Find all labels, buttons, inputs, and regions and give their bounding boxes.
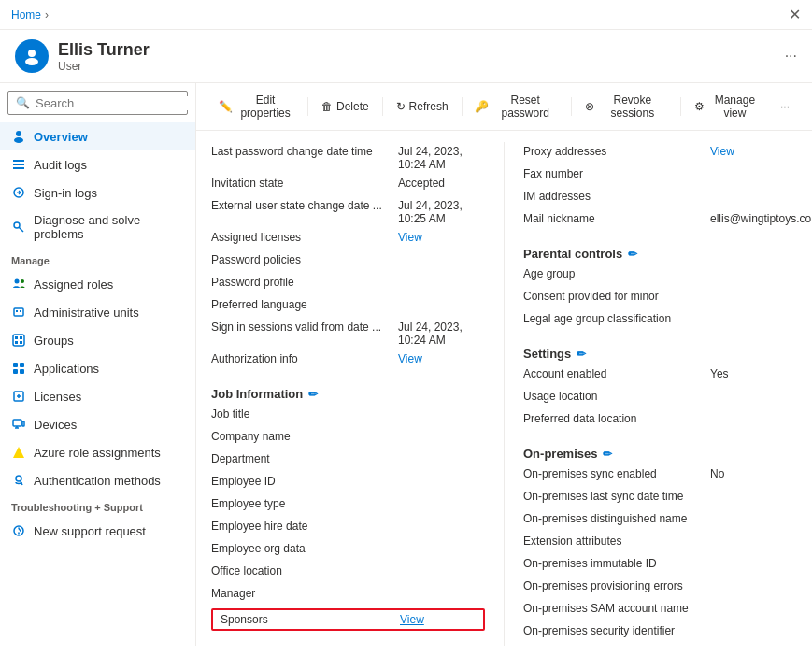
manage-view-label: Manage view — [708, 93, 762, 120]
manage-view-button[interactable]: ⚙ Manage view — [687, 89, 769, 124]
sidebar-item-licenses[interactable]: Licenses — [0, 382, 195, 410]
field-legal-age: Legal age group classification — [523, 309, 797, 332]
parental-edit-icon[interactable]: ✏ — [628, 248, 637, 261]
field-usage-location: Usage location — [523, 387, 797, 409]
field-ext-attributes: Extension attributes — [523, 532, 797, 554]
refresh-label: Refresh — [409, 100, 449, 113]
field-proxy: Proxy addresses View — [523, 142, 797, 164]
list-icon — [11, 157, 26, 172]
signin-icon — [11, 185, 26, 200]
field-distinguished-name: On-premises distinguished name — [523, 509, 797, 532]
sidebar-item-assigned-roles[interactable]: Assigned roles — [0, 270, 195, 298]
apps-icon — [11, 361, 26, 376]
field-value: Jul 24, 2023, 10:24 AM — [398, 321, 485, 347]
azure-roles-label: Azure role assignments — [34, 446, 161, 460]
assigned-licenses-link[interactable]: View — [398, 231, 422, 244]
troubleshoot-section-header: Troubleshooting + Support — [0, 494, 195, 517]
settings-edit-icon[interactable]: ✏ — [577, 348, 586, 361]
field-fax: Fax number — [523, 164, 797, 187]
field-value: Jul 24, 2023, 10:24 AM — [398, 145, 485, 171]
revoke-sessions-button[interactable]: ⊗ Revoke sessions — [577, 89, 675, 124]
field-label: Employee ID — [211, 475, 398, 488]
field-label: Password policies — [211, 253, 398, 266]
field-label: On-premises immutable ID — [523, 557, 710, 570]
search-input[interactable] — [36, 96, 192, 110]
field-manager: Manager — [211, 584, 485, 606]
refresh-icon: ↻ — [396, 100, 406, 113]
manage-section-header: Manage — [0, 248, 195, 270]
main-area: 🔍 « Overview Audit logs Sign-in logs — [0, 83, 812, 646]
svg-point-0 — [28, 50, 36, 57]
field-label: Usage location — [523, 390, 710, 403]
field-im: IM addresses — [523, 187, 797, 209]
field-sign-in-sessions: Sign in sessions valid from date ... Jul… — [211, 318, 485, 349]
field-preferred-lang: Preferred language — [211, 295, 485, 318]
sidebar-item-devices[interactable]: Devices — [0, 410, 195, 438]
field-label: Mail nickname — [523, 212, 710, 225]
on-premises-title: On-premises — [523, 447, 597, 461]
field-assigned-licenses: Assigned licenses View — [211, 228, 485, 250]
breadcrumb-home[interactable]: Home — [11, 8, 41, 21]
field-value: Accepted — [398, 177, 485, 190]
sidebar-item-audit-logs[interactable]: Audit logs — [0, 150, 195, 178]
close-button[interactable]: ✕ — [789, 6, 801, 23]
sidebar-item-applications[interactable]: Applications — [0, 354, 195, 382]
diagnose-label: Diagnose and solve problems — [34, 213, 184, 241]
reset-password-button[interactable]: 🔑 Reset password — [467, 89, 564, 124]
groups-icon — [11, 333, 26, 348]
field-label: IM addresses — [523, 190, 710, 203]
toolbar-more-button[interactable]: ··· — [773, 95, 797, 118]
header-more-button[interactable]: ··· — [785, 48, 797, 64]
sidebar-item-azure-roles[interactable]: Azure role assignments — [0, 438, 195, 466]
svg-rect-5 — [13, 164, 24, 165]
field-label: External user state change date ... — [211, 199, 398, 212]
field-sync-enabled: On-premises sync enabled No — [523, 464, 797, 487]
field-label: Proxy addresses — [523, 145, 710, 158]
sponsors-link[interactable]: View — [400, 613, 432, 626]
delete-button[interactable]: 🗑 Delete — [314, 95, 377, 118]
field-label: Employee org data — [211, 542, 398, 555]
edit-label: Edit properties — [236, 93, 294, 120]
svg-rect-20 — [20, 363, 24, 367]
col-left: Last password change date time Jul 24, 2… — [211, 142, 504, 646]
roles-icon — [11, 277, 26, 292]
edit-properties-button[interactable]: ✏️ Edit properties — [211, 89, 302, 124]
field-org-data: Employee org data — [211, 539, 485, 562]
sidebar-item-overview[interactable]: Overview — [0, 122, 195, 150]
auth-info-link[interactable]: View — [398, 352, 422, 365]
key-icon — [11, 220, 26, 235]
sidebar-item-groups[interactable]: Groups — [0, 326, 195, 354]
details-grid: Last password change date time Jul 24, 2… — [196, 131, 812, 646]
reset-icon: 🔑 — [475, 100, 489, 113]
job-edit-icon[interactable]: ✏ — [308, 388, 318, 401]
field-provisioning-errors: On-premises provisioning errors — [523, 577, 797, 599]
svg-point-3 — [14, 137, 23, 143]
content-area: ✏️ Edit properties 🗑 Delete ↻ Refresh 🔑 … — [196, 83, 812, 646]
field-label: Invitation state — [211, 177, 398, 190]
parental-section-header: Parental controls ✏ — [523, 239, 797, 264]
edit-icon: ✏️ — [219, 100, 233, 113]
field-immutable-id: On-premises immutable ID — [523, 554, 797, 577]
svg-rect-14 — [13, 335, 24, 346]
sidebar-item-support[interactable]: New support request — [0, 517, 195, 545]
breadcrumb: Home › — [11, 8, 49, 21]
user-info: Ellis Turner User — [58, 40, 776, 73]
sidebar-item-diagnose[interactable]: Diagnose and solve problems — [0, 207, 195, 248]
refresh-button[interactable]: ↻ Refresh — [389, 95, 456, 118]
field-last-password: Last password change date time Jul 24, 2… — [211, 142, 485, 174]
sidebar-item-auth-methods[interactable]: Authentication methods — [0, 466, 195, 494]
svg-rect-17 — [15, 341, 18, 344]
field-label: Preferred language — [211, 298, 398, 311]
field-label: On-premises provisioning errors — [523, 579, 710, 592]
svg-point-27 — [16, 476, 21, 481]
field-label: Assigned licenses — [211, 231, 398, 244]
svg-rect-12 — [16, 310, 18, 312]
proxy-link[interactable]: View — [710, 145, 734, 158]
field-ext-state: External user state change date ... Jul … — [211, 196, 485, 228]
on-premises-edit-icon[interactable]: ✏ — [603, 448, 612, 461]
field-password-policies: Password policies — [211, 250, 485, 273]
sidebar-item-signin-logs[interactable]: Sign-in logs — [0, 178, 195, 207]
field-label: Company name — [211, 430, 398, 443]
field-office: Office location — [211, 562, 485, 584]
sidebar-item-admin-units[interactable]: Administrative units — [0, 298, 195, 326]
